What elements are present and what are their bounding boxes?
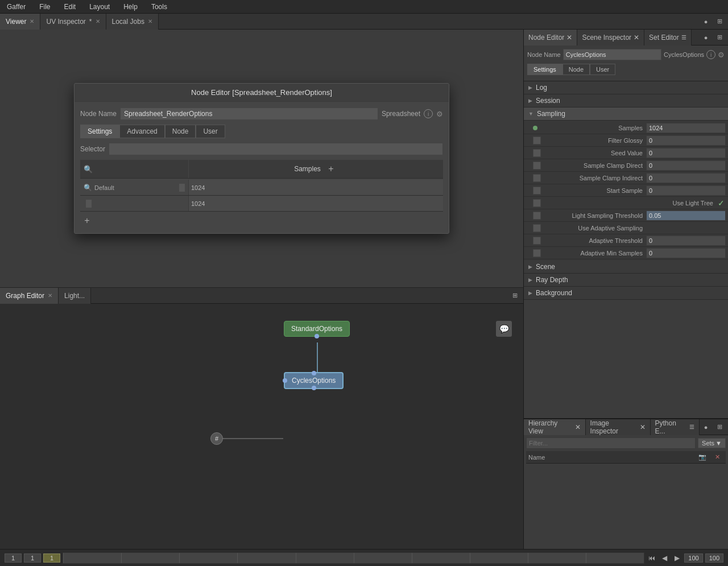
tab-viewer[interactable]: Viewer ✕ bbox=[0, 14, 40, 30]
prop-start-sample-toggle[interactable] bbox=[533, 187, 541, 195]
hierarchy-layout-btn[interactable]: ⊞ bbox=[713, 421, 726, 433]
port-cycles-bottom[interactable] bbox=[312, 386, 316, 390]
menu-layout[interactable]: Layout bbox=[87, 2, 112, 12]
ss-row-drag-2[interactable] bbox=[86, 200, 92, 208]
prop-seed-input[interactable] bbox=[646, 148, 726, 158]
prop-lst-input[interactable] bbox=[646, 210, 726, 221]
graph-canvas[interactable]: StandardOptions CyclesOptions # 💬 bbox=[0, 304, 523, 549]
section-ray-depth-header[interactable]: ▶ Ray Depth bbox=[524, 274, 728, 287]
section-sampling-header[interactable]: ▼ Sampling bbox=[524, 108, 728, 121]
modal-selector-input[interactable] bbox=[109, 143, 443, 155]
section-log-header[interactable]: ▶ Log bbox=[524, 81, 728, 94]
hierarchy-record-btn[interactable]: ● bbox=[700, 421, 712, 433]
menu-gaffer[interactable]: Gaffer bbox=[5, 2, 28, 12]
tab-uv-inspector[interactable]: UV Inspector * ✕ bbox=[40, 14, 106, 30]
tab-set-editor[interactable]: Set Editor ☰ bbox=[644, 30, 692, 46]
right-layout-btn[interactable]: ⊞ bbox=[713, 31, 726, 44]
sub-tab-node[interactable]: Node bbox=[562, 64, 590, 75]
modal-tab-settings[interactable]: Settings bbox=[80, 125, 119, 138]
ss-cell-input-2[interactable] bbox=[189, 196, 443, 211]
status-frame-indicator[interactable]: 1 bbox=[43, 553, 60, 563]
menu-file[interactable]: File bbox=[37, 2, 52, 12]
port-cycles-top[interactable] bbox=[312, 371, 316, 375]
tab-python-editor[interactable]: Python E... ☰ bbox=[651, 419, 700, 435]
play-prev-btn[interactable]: ◀ bbox=[659, 553, 669, 563]
prop-lst-toggle[interactable] bbox=[533, 212, 541, 220]
prop-clamp-direct-toggle[interactable] bbox=[533, 162, 541, 170]
tab-viewer-close[interactable]: ✕ bbox=[30, 18, 34, 24]
port-cycles-left[interactable] bbox=[283, 378, 287, 383]
modal-tab-node[interactable]: Node bbox=[165, 125, 196, 138]
graph-layout-button[interactable]: ⊞ bbox=[508, 290, 521, 302]
prop-filter-glossy-toggle[interactable] bbox=[533, 137, 541, 144]
prop-seed-toggle[interactable] bbox=[533, 149, 541, 157]
ss-row-drag-default[interactable] bbox=[179, 184, 185, 192]
play-next-btn[interactable]: ▶ bbox=[672, 553, 682, 563]
section-session-header[interactable]: ▶ Session bbox=[524, 94, 728, 108]
prop-ams-input[interactable] bbox=[646, 248, 726, 258]
ss-add-row-btn[interactable]: + bbox=[80, 214, 94, 228]
graph-node-standard-options[interactable]: StandardOptions bbox=[284, 321, 350, 337]
timeline-bar[interactable] bbox=[63, 552, 644, 564]
tab-hierarchy-view[interactable]: Hierarchy View ✕ bbox=[524, 419, 586, 435]
prop-at-toggle[interactable] bbox=[533, 237, 541, 245]
modal-tab-user[interactable]: User bbox=[196, 125, 225, 138]
status-frame-start[interactable]: 1 bbox=[5, 553, 22, 563]
tab-local-jobs[interactable]: Local Jobs ✕ bbox=[106, 14, 159, 30]
modal-gear-icon[interactable]: ⚙ bbox=[436, 110, 443, 118]
sub-tab-settings[interactable]: Settings bbox=[527, 64, 562, 75]
info-icon[interactable]: i bbox=[706, 50, 715, 59]
menu-edit[interactable]: Edit bbox=[61, 2, 78, 12]
modal-node-name-input[interactable] bbox=[120, 108, 378, 120]
tab-image-inspector[interactable]: Image Inspector ✕ bbox=[586, 419, 651, 435]
node-name-input[interactable] bbox=[563, 49, 661, 60]
port-standard-bottom[interactable] bbox=[315, 334, 319, 338]
right-record-btn[interactable]: ● bbox=[700, 31, 712, 44]
sets-button[interactable]: Sets ▼ bbox=[698, 438, 726, 448]
tab-node-editor[interactable]: Node Editor ✕ bbox=[524, 30, 577, 46]
status-frame-end[interactable]: 100 bbox=[684, 553, 702, 563]
tab-image-inspector-close[interactable]: ✕ bbox=[640, 423, 646, 431]
hierarchy-filter-input[interactable] bbox=[526, 437, 696, 449]
tab-local-jobs-close[interactable]: ✕ bbox=[148, 18, 152, 24]
hierarchy-x-icon[interactable]: ✕ bbox=[711, 451, 723, 464]
menu-tools[interactable]: Tools bbox=[149, 2, 169, 12]
menu-help[interactable]: Help bbox=[121, 2, 140, 12]
graph-node-cycles-options[interactable]: CyclesOptions bbox=[284, 372, 344, 389]
tab-scene-inspector-close[interactable]: ✕ bbox=[634, 34, 639, 42]
prop-ams-toggle[interactable] bbox=[533, 249, 541, 257]
prop-light-tree-checkbox[interactable]: ✓ bbox=[717, 199, 726, 208]
ss-cell-input-default[interactable] bbox=[189, 180, 443, 195]
gear-icon[interactable]: ⚙ bbox=[718, 51, 725, 59]
hash-node[interactable]: # bbox=[210, 432, 223, 445]
prop-filter-glossy-input[interactable] bbox=[646, 135, 726, 146]
prop-clamp-indirect-toggle[interactable] bbox=[533, 174, 541, 182]
prop-light-tree-toggle[interactable] bbox=[533, 199, 541, 207]
tab-graph-close[interactable]: ✕ bbox=[48, 292, 52, 299]
prop-samples-dot[interactable] bbox=[533, 126, 537, 130]
hierarchy-camera-icon[interactable]: 📷 bbox=[696, 451, 709, 464]
prop-at-input[interactable] bbox=[646, 236, 726, 246]
prop-adaptive-sampling-toggle[interactable] bbox=[533, 224, 541, 232]
tab-scene-inspector[interactable]: Scene Inspector ✕ bbox=[577, 30, 644, 46]
graph-comment-icon[interactable]: 💬 bbox=[496, 321, 512, 337]
prop-clamp-indirect-input[interactable] bbox=[646, 173, 726, 183]
layout-button[interactable]: ⊞ bbox=[713, 15, 726, 28]
prop-samples-input[interactable] bbox=[646, 123, 726, 133]
modal-tab-advanced[interactable]: Advanced bbox=[119, 125, 164, 138]
tab-hierarchy-close[interactable]: ✕ bbox=[575, 423, 581, 431]
tab-graph-editor[interactable]: Graph Editor ✕ bbox=[0, 288, 59, 304]
tab-uv-close[interactable]: ✕ bbox=[96, 18, 100, 24]
record-button[interactable]: ● bbox=[700, 15, 712, 28]
status-frame-current[interactable]: 1 bbox=[24, 553, 41, 563]
play-start-btn[interactable]: ⏮ bbox=[647, 553, 657, 563]
sub-tab-user[interactable]: User bbox=[590, 64, 615, 75]
tab-node-editor-close[interactable]: ✕ bbox=[566, 34, 572, 42]
section-scene-header[interactable]: ▶ Scene bbox=[524, 261, 728, 274]
status-fps[interactable]: 100 bbox=[705, 553, 723, 563]
modal-info-icon[interactable]: i bbox=[424, 109, 433, 118]
prop-start-sample-input[interactable] bbox=[646, 185, 726, 196]
section-background-header[interactable]: ▶ Background bbox=[524, 287, 728, 300]
prop-clamp-direct-input[interactable] bbox=[646, 160, 726, 171]
tab-light[interactable]: Light... bbox=[59, 288, 91, 304]
